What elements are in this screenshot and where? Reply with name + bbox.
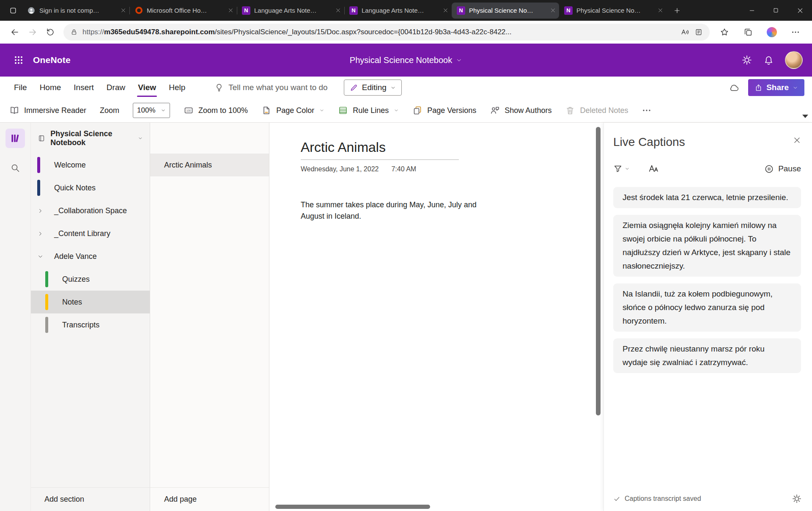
- sync-status-icon[interactable]: [729, 82, 740, 93]
- chevron-down-icon: [319, 108, 324, 113]
- tab-close-icon[interactable]: [658, 8, 663, 13]
- browser-tab[interactable]: Microsoft Office Ho…: [129, 3, 237, 19]
- tab-close-icon[interactable]: [550, 8, 556, 13]
- note-canvas[interactable]: Arctic Animals Wednesday, June 1, 2022 7…: [269, 123, 604, 511]
- tab-close-icon[interactable]: [335, 8, 341, 13]
- captions-filter-dropdown[interactable]: [613, 164, 630, 173]
- onenote-app-header: OneNote Physical Science Notebook: [0, 44, 812, 77]
- page-versions-button[interactable]: Page Versions: [412, 105, 476, 115]
- tell-me-search[interactable]: Tell me what you want to do: [214, 83, 327, 92]
- section-group-collaboration-space[interactable]: _Collaboration Space: [31, 199, 150, 222]
- rule-lines-dropdown[interactable]: Rule Lines: [338, 105, 399, 115]
- read-aloud-icon[interactable]: [680, 27, 690, 37]
- chevron-down-icon[interactable]: [37, 253, 44, 260]
- page-item-arctic-animals[interactable]: Arctic Animals: [150, 154, 269, 176]
- notebook-header[interactable]: Physical Science Notebook: [31, 123, 150, 154]
- notebooks-nav-button[interactable]: [5, 129, 25, 148]
- caption-text-size-button[interactable]: [648, 163, 659, 174]
- tab-title: Language Arts Note…: [362, 7, 439, 14]
- page-title[interactable]: Arctic Animals: [301, 140, 604, 155]
- reading-mode-icon[interactable]: [694, 28, 703, 36]
- close-captions-icon[interactable]: [793, 136, 801, 144]
- zoom-100-icon: 100: [184, 105, 194, 115]
- settings-gear-icon[interactable]: [741, 55, 752, 66]
- editing-mode-dropdown[interactable]: Editing: [344, 80, 402, 96]
- lock-icon[interactable]: [70, 28, 78, 36]
- tab-close-icon[interactable]: [121, 8, 126, 13]
- section-quizzes[interactable]: Quizzes: [31, 268, 150, 291]
- favorites-star-icon[interactable]: [716, 24, 733, 41]
- browser-tab[interactable]: N Language Arts Note…: [344, 3, 452, 19]
- section-notes-selected[interactable]: Notes: [31, 291, 150, 313]
- vertical-scrollbar[interactable]: [596, 127, 601, 415]
- forward-button[interactable]: [24, 24, 41, 41]
- zoom-to-100-button[interactable]: 100 Zoom to 100%: [184, 105, 248, 115]
- tab-list: Sign in is not comp… Microsoft Office Ho…: [22, 0, 667, 21]
- add-section-button[interactable]: Add section: [31, 487, 150, 511]
- collections-icon[interactable]: [739, 24, 757, 41]
- page-body-text[interactable]: The summer takes place during May, June,…: [301, 199, 496, 222]
- close-window-button[interactable]: [788, 0, 812, 21]
- caption-card: Przez chwilę nieustanny marsz pór roku w…: [613, 338, 801, 373]
- search-button[interactable]: [5, 158, 25, 178]
- refresh-button[interactable]: [41, 24, 59, 41]
- section-transcripts[interactable]: Transcripts: [31, 313, 150, 336]
- app-name[interactable]: OneNote: [33, 55, 71, 65]
- menu-draw[interactable]: Draw: [100, 77, 132, 99]
- user-avatar[interactable]: [785, 51, 803, 69]
- menu-file[interactable]: File: [8, 77, 33, 99]
- caption-card: Na Islandii, tuż za kołem podbiegunowym,…: [613, 283, 801, 332]
- back-button[interactable]: [6, 24, 24, 41]
- immersive-reader-button[interactable]: Immersive Reader: [9, 105, 86, 115]
- browser-tab[interactable]: N Language Arts Note…: [237, 3, 344, 19]
- page-color-dropdown[interactable]: Page Color: [261, 105, 324, 115]
- section-group-label: _Collaboration Space: [54, 206, 127, 215]
- notebook-title-header[interactable]: Physical Science Notebook: [350, 55, 462, 65]
- page-item-label: Arctic Animals: [164, 161, 212, 170]
- section-label: Transcripts: [62, 321, 99, 330]
- browser-tab-active[interactable]: N Physical Science No…: [452, 3, 559, 19]
- tab-close-icon[interactable]: [443, 8, 448, 13]
- section-group-content-library[interactable]: _Content Library: [31, 222, 150, 245]
- browser-tab[interactable]: Sign in is not comp…: [22, 3, 129, 19]
- app-launcher-icon[interactable]: [9, 51, 28, 69]
- zoom-level-select[interactable]: 100%: [133, 103, 170, 118]
- maximize-button[interactable]: [764, 0, 788, 21]
- lightbulb-icon: [214, 83, 224, 92]
- browser-tab[interactable]: N Physical Science No…: [559, 3, 667, 19]
- section-welcome[interactable]: Welcome: [31, 154, 150, 176]
- address-bar[interactable]: https://m365edu549478.sharepoint.com/sit…: [63, 24, 710, 41]
- profile-favicon-icon: [27, 6, 36, 15]
- caption-card: Jest środek lata 21 czerwca, letnie prze…: [613, 187, 801, 208]
- ribbon-overflow-button[interactable]: [642, 105, 652, 115]
- captions-settings-gear-icon[interactable]: [792, 494, 802, 504]
- pause-captions-button[interactable]: Pause: [764, 164, 801, 174]
- share-button[interactable]: Share: [748, 79, 804, 96]
- chevron-down-icon: [394, 108, 399, 113]
- funnel-icon: [613, 164, 623, 173]
- menu-insert[interactable]: Insert: [67, 77, 100, 99]
- menu-view[interactable]: View: [132, 77, 162, 99]
- zoom-group: Zoom: [100, 106, 119, 115]
- deleted-notes-button[interactable]: Deleted Notes: [565, 105, 628, 115]
- horizontal-scrollbar[interactable]: [275, 505, 430, 509]
- tab-close-icon[interactable]: [228, 8, 233, 13]
- menu-help[interactable]: Help: [162, 77, 192, 99]
- immersive-reader-icon: [9, 105, 19, 115]
- show-authors-button[interactable]: Show Authors: [490, 105, 551, 115]
- minimize-button[interactable]: [740, 0, 764, 21]
- new-tab-button[interactable]: [669, 3, 685, 18]
- browser-menu-icon[interactable]: [787, 24, 804, 41]
- add-page-button[interactable]: Add page: [150, 487, 269, 511]
- section-group-adele-vance[interactable]: Adele Vance: [31, 245, 150, 268]
- ribbon-collapse-icon[interactable]: [802, 115, 808, 118]
- section-quick-notes[interactable]: Quick Notes: [31, 176, 150, 199]
- notifications-bell-icon[interactable]: [763, 55, 774, 66]
- chevron-right-icon[interactable]: [37, 208, 44, 214]
- tab-actions-menu-button[interactable]: [4, 3, 22, 18]
- pause-circle-icon: [764, 164, 774, 174]
- copilot-icon[interactable]: [763, 24, 781, 41]
- svg-text:100: 100: [187, 109, 191, 112]
- chevron-right-icon[interactable]: [37, 231, 44, 237]
- menu-home[interactable]: Home: [33, 77, 68, 99]
